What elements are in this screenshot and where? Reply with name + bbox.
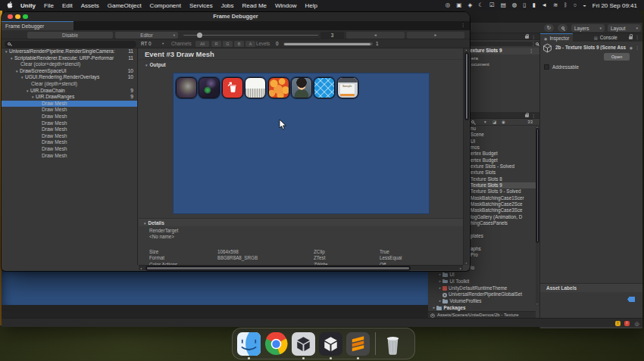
- undo-history-icon[interactable]: ↻: [544, 24, 554, 32]
- project-search-icon[interactable]: [471, 120, 474, 125]
- menu-item-read-me[interactable]: Read Me: [242, 2, 267, 9]
- stage-manager-icon[interactable]: ▯: [523, 0, 526, 11]
- fold-open-icon[interactable]: ▼: [5, 50, 8, 54]
- event-tree-row[interactable]: Clear (color+depth+stencil): [2, 61, 137, 68]
- project-folder-row[interactable]: ▸VolumeProfiles: [428, 298, 536, 305]
- kebab-menu-icon[interactable]: ⋮: [635, 45, 639, 51]
- kebab-menu-icon[interactable]: ⋮: [529, 48, 533, 54]
- fold-open-icon[interactable]: ▼: [20, 76, 23, 79]
- event-tree-row[interactable]: ▼UniversalRenderPipeline.RenderSingleCam…: [2, 48, 137, 55]
- open-button[interactable]: Open: [604, 53, 630, 61]
- control-center-icon[interactable]: ◒: [583, 0, 586, 11]
- console-error-icon[interactable]: !: [624, 321, 630, 326]
- menu-item-component[interactable]: Component: [150, 2, 181, 9]
- console-warning-icon[interactable]: !: [615, 321, 621, 326]
- menu-item-jobs[interactable]: Jobs: [221, 2, 234, 9]
- moon-icon[interactable]: ☾: [478, 0, 483, 11]
- horizontal-scrollbar[interactable]: ◂ ▸: [139, 265, 463, 270]
- menu-item-services[interactable]: Services: [189, 2, 213, 9]
- scroll-up-icon[interactable]: ▴: [464, 48, 469, 51]
- quilt-texture[interactable]: [314, 77, 335, 98]
- scroll-right-icon[interactable]: ▸: [460, 266, 461, 271]
- event-search-input[interactable]: [5, 41, 136, 48]
- menu-item-help[interactable]: Help: [305, 2, 317, 9]
- target-dropdown[interactable]: Editor ▾: [115, 32, 178, 39]
- volume-icon[interactable]: ◄: [542, 0, 547, 11]
- channel-button-all[interactable]: All: [195, 41, 209, 47]
- menu-item-edit[interactable]: Edit: [62, 2, 73, 9]
- kebab-menu-icon[interactable]: ⋮: [461, 23, 465, 28]
- fold-open-icon[interactable]: ▼: [15, 70, 18, 73]
- dock-app-finder[interactable]: [237, 332, 261, 356]
- scrollbar-thumb[interactable]: [465, 53, 469, 120]
- project-filter-icon[interactable]: ▾: [484, 120, 486, 125]
- lava-texture[interactable]: [268, 77, 289, 98]
- hierarchy-search-input[interactable]: [466, 42, 533, 47]
- event-number-field[interactable]: 3: [320, 32, 344, 39]
- dock-app-chrome[interactable]: [264, 332, 288, 356]
- lock-icon[interactable]: [525, 36, 529, 39]
- dock-app-trash[interactable]: [381, 332, 405, 356]
- lock-icon[interactable]: [629, 36, 633, 39]
- frame-debugger-titlebar[interactable]: Frame Debugger: [2, 12, 470, 21]
- display-icon[interactable]: ▣: [456, 0, 461, 11]
- label-tag-icon[interactable]: [627, 297, 635, 302]
- tab-inspector[interactable]: ◉Inspector: [540, 33, 573, 42]
- project-scrollbar[interactable]: ▴ ▾: [536, 126, 539, 306]
- menu-item-assets[interactable]: Assets: [81, 2, 99, 9]
- tab-frame-debugger[interactable]: Frame Debugger: [2, 21, 73, 30]
- channel-button-a[interactable]: A: [245, 41, 255, 47]
- menu-item-file[interactable]: File: [44, 2, 54, 9]
- event-tree-row[interactable]: ▼UGUI.Rendering.RenderOverlays10: [2, 74, 137, 81]
- menu-item-gameobject[interactable]: GameObject: [108, 2, 142, 9]
- render-target-preview[interactable]: Sample: [173, 73, 430, 214]
- disable-button[interactable]: Disable: [27, 32, 113, 39]
- menu-item-unity[interactable]: Unity: [20, 2, 36, 9]
- event-tree-row[interactable]: Draw Mesh: [2, 120, 137, 127]
- event-tree-row[interactable]: Draw Mesh: [2, 101, 137, 107]
- event-slider[interactable]: [183, 35, 318, 36]
- project-folder-row[interactable]: ▸UnityDefaultRuntimeTheme: [428, 285, 536, 292]
- wifi-icon[interactable]: ≋: [553, 0, 558, 11]
- scroll-left-icon[interactable]: ◂: [140, 266, 142, 271]
- kebab-menu-icon[interactable]: ⋮: [635, 35, 639, 40]
- scroll-down-icon[interactable]: ▾: [536, 303, 539, 306]
- rt-dropdown[interactable]: RT 0: [141, 39, 151, 48]
- event-tree-row[interactable]: Draw Mesh: [2, 133, 137, 140]
- globe-icon[interactable]: ◍: [512, 0, 517, 11]
- project-label-filter-icon[interactable]: ◉: [502, 120, 505, 125]
- event-tree-row[interactable]: Draw Mesh: [2, 114, 137, 120]
- addressable-checkbox[interactable]: [544, 64, 549, 70]
- hierarchy-item[interactable]: ocument: [471, 61, 532, 67]
- event-tree-row[interactable]: Draw Mesh: [2, 146, 137, 153]
- menu-item-window[interactable]: Window: [275, 2, 296, 9]
- shortcuts-icon[interactable]: ◎: [445, 0, 451, 11]
- next-event-button[interactable]: ▸: [407, 32, 464, 39]
- output-foldout[interactable]: ▼Output: [145, 62, 166, 67]
- bird-texture[interactable]: [199, 77, 220, 98]
- channel-button-b[interactable]: B: [234, 41, 244, 47]
- apple-menu-icon[interactable]: [7, 2, 13, 10]
- tasks-icon[interactable]: ☑: [489, 0, 495, 11]
- project-folder-row[interactable]: ▸UI Toolkit: [428, 279, 536, 285]
- battery-icon[interactable]: ▮: [532, 0, 535, 11]
- event-tree-row[interactable]: ▼ScriptableRenderer.Execute: URP-Perform…: [2, 55, 137, 62]
- bluetooth-icon[interactable]: ᛒ: [564, 0, 567, 11]
- dock-app-sublime-text[interactable]: [346, 332, 370, 356]
- scrollbar-thumb[interactable]: [146, 266, 410, 270]
- layers-dropdown[interactable]: Layers ▾: [571, 24, 605, 32]
- creature-texture[interactable]: [176, 77, 197, 98]
- collab-status-icon[interactable]: ◎: [634, 321, 639, 326]
- ui-sample-texture[interactable]: Sample: [337, 77, 358, 98]
- fold-open-icon[interactable]: ▼: [10, 57, 13, 61]
- delete-texture[interactable]: [222, 77, 243, 98]
- event-tree-row[interactable]: Draw Mesh: [2, 139, 137, 146]
- keyboard-icon[interactable]: ▤: [501, 0, 506, 11]
- event-tree-row[interactable]: Draw Mesh: [2, 153, 137, 160]
- scroll-down-icon[interactable]: ▾: [464, 262, 469, 265]
- previous-event-button[interactable]: ◂: [346, 32, 405, 39]
- character-texture[interactable]: [291, 77, 312, 98]
- project-type-filter-icon[interactable]: ◪: [492, 120, 496, 125]
- levels-slider[interactable]: [283, 42, 373, 45]
- tab-console[interactable]: ▤Console: [590, 33, 621, 42]
